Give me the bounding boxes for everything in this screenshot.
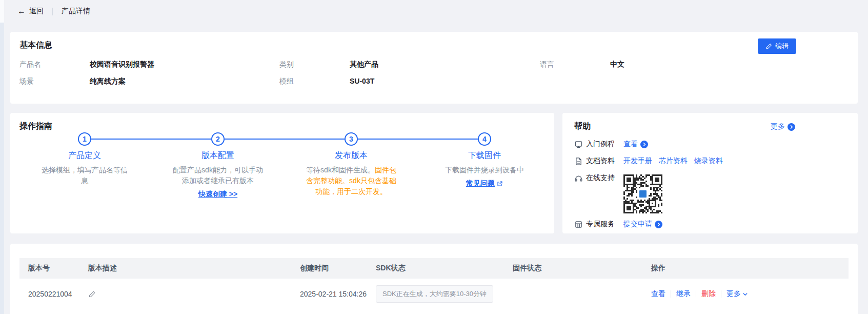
field-value: 其他产品	[350, 60, 378, 69]
field-label: 类别	[279, 60, 350, 69]
help-card: 帮助 更多 入门例程 查看 文档资料 开发手册	[562, 113, 858, 233]
field-language: 语言 中文	[540, 60, 858, 69]
help-row-label: 在线支持	[574, 173, 623, 183]
step-desc-plain: 等待sdk和固件生成。	[306, 166, 375, 174]
field-label: 语言	[540, 60, 610, 69]
help-row-support: 在线支持	[574, 173, 858, 213]
help-row-text: 文档资料	[586, 156, 615, 166]
help-row-text: 专属服务	[586, 220, 615, 229]
delete-action[interactable]: 删除	[701, 289, 716, 299]
field-module: 模组 SU-03T	[279, 77, 540, 86]
action-divider	[696, 290, 696, 298]
inherit-action[interactable]: 继承	[676, 289, 691, 299]
col-firmware-status: 固件状态	[504, 258, 642, 279]
steps: 1 产品定义 选择模组，填写产品名等信息 2 版本配置 配置产品sdk能力，可以…	[18, 132, 551, 199]
routine-icon	[574, 140, 583, 149]
help-link-label: 提交申请	[623, 220, 652, 229]
basic-info-title: 基本信息	[19, 40, 858, 51]
step-desc: 配置产品sdk能力，可以手动添加或者继承已有版本	[172, 165, 264, 186]
help-link-label: 查看	[623, 140, 638, 149]
step-desc: 选择模组，填写产品名等信息	[38, 165, 131, 186]
help-row-service: 专属服务 提交申请	[574, 220, 858, 229]
qr-code	[623, 174, 662, 213]
created-time: 2025-02-21 15:04:26	[291, 279, 367, 309]
back-label: 返回	[29, 7, 44, 16]
edit-button[interactable]: 编辑	[758, 38, 796, 54]
edit-description-button[interactable]	[88, 290, 96, 298]
step-title: 版本配置	[151, 150, 285, 161]
field-value: 校园语音识别报警器	[90, 60, 154, 69]
step-title: 发布版本	[285, 150, 418, 161]
more-action[interactable]: 更多	[726, 289, 748, 299]
help-row-text: 入门例程	[586, 140, 615, 149]
table-row: 20250221004 2025-02-21 15:04:26 SDK正在生成，…	[19, 279, 849, 309]
view-example-link[interactable]: 查看	[623, 140, 648, 149]
basic-info-card: 基本信息 编辑 产品名 校园语音识别报警器 类别 其他产品 语言 中文 场景 纯…	[10, 32, 858, 104]
circle-arrow-icon	[655, 221, 662, 228]
step-desc: 下载固件并烧录到设备中	[438, 165, 531, 175]
more-action-label: 更多	[726, 289, 741, 299]
help-row-text: 在线支持	[586, 173, 615, 183]
help-row-docs: 文档资料 开发手册 芯片资料 烧录资料	[574, 156, 858, 166]
step-number-badge: 4	[478, 132, 491, 146]
help-more-link[interactable]: 更多	[771, 122, 795, 131]
field-scene: 场景 纯离线方案	[19, 77, 279, 86]
sidebar-edge	[0, 0, 4, 314]
edit-button-label: 编辑	[775, 42, 789, 51]
step-desc: 等待sdk和固件生成。固件包含完整功能。sdk只包含基础功能，用于二次开发。	[305, 165, 397, 197]
field-category: 类别 其他产品	[279, 60, 540, 69]
action-divider	[721, 290, 721, 298]
back-arrow-icon: ←	[17, 7, 26, 15]
help-link-label: 芯片资料	[659, 156, 688, 166]
help-row-label: 专属服务	[574, 220, 623, 229]
step-number-badge: 3	[345, 132, 358, 146]
topbar-divider	[52, 8, 53, 15]
field-label: 场景	[19, 77, 90, 86]
step-number-badge: 1	[78, 132, 91, 146]
faq-link[interactable]: 常见问题	[466, 179, 503, 188]
field-product-name: 产品名 校园语音识别报警器	[19, 60, 279, 69]
step-title: 产品定义	[18, 150, 151, 161]
circle-arrow-icon	[788, 123, 795, 131]
versions-table-header: 版本号 版本描述 创建时间 SDK状态 固件状态 操作	[19, 258, 849, 279]
step-title: 下载固件	[418, 150, 551, 161]
row-actions: 查看 继承 删除 更多	[651, 289, 748, 299]
field-value: 中文	[610, 60, 624, 69]
topbar: ← 返回 产品详情	[0, 0, 868, 23]
dev-manual-link[interactable]: 开发手册	[623, 156, 652, 166]
field-label: 模组	[279, 77, 350, 86]
field-value: 纯离线方案	[90, 77, 126, 86]
help-row-label: 文档资料	[574, 156, 623, 166]
chip-docs-link[interactable]: 芯片资料	[659, 156, 688, 166]
guide-title: 操作指南	[19, 121, 554, 132]
help-link-label: 烧录资料	[694, 156, 723, 166]
step-number-badge: 2	[211, 132, 225, 146]
field-value: SU-03T	[350, 77, 374, 85]
document-icon	[574, 157, 583, 166]
page-title: 产品详情	[62, 7, 90, 16]
version-number: 20250221004	[19, 279, 79, 309]
firmware-status-cell	[504, 279, 642, 309]
col-actions: 操作	[642, 258, 849, 279]
help-row-label: 入门例程	[574, 140, 623, 149]
col-description: 版本描述	[79, 258, 291, 279]
external-link-icon	[497, 181, 503, 187]
help-link-label: 开发手册	[623, 156, 652, 166]
apply-service-link[interactable]: 提交申请	[623, 220, 662, 229]
col-version: 版本号	[19, 258, 79, 279]
back-button[interactable]: ← 返回	[17, 7, 44, 16]
headset-icon	[574, 174, 583, 183]
field-label: 产品名	[19, 60, 90, 69]
step-product-define: 1 产品定义 选择模组，填写产品名等信息	[18, 132, 151, 199]
burn-docs-link[interactable]: 烧录资料	[694, 156, 723, 166]
basic-info-fields: 产品名 校园语音识别报警器 类别 其他产品 语言 中文 场景 纯离线方案 模组 …	[19, 60, 858, 86]
help-title: 帮助	[574, 121, 858, 132]
service-icon	[574, 220, 583, 229]
edit-pencil-icon	[765, 43, 772, 50]
quick-create-link[interactable]: 快速创建 >>	[198, 190, 237, 199]
help-more-label: 更多	[771, 122, 785, 131]
col-created: 创建时间	[291, 258, 367, 279]
view-action[interactable]: 查看	[651, 289, 665, 299]
edit-pencil-icon	[88, 290, 96, 298]
step-release-version: 3 发布版本 等待sdk和固件生成。固件包含完整功能。sdk只包含基础功能，用于…	[285, 132, 418, 199]
